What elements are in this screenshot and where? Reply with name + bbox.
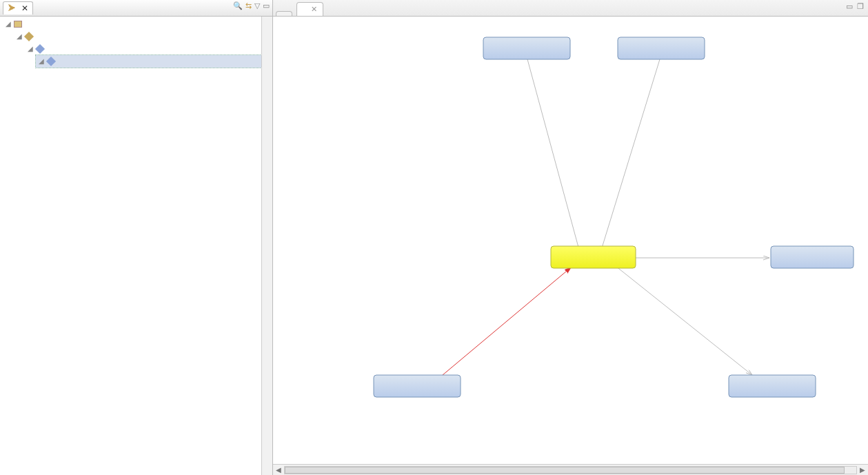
tree-root[interactable]: ◢ [3,18,261,30]
navigator-pane: ⮞ ✕ 🔍 ⇆ ▽ ▭ ◢ [0,0,273,475]
project-icon [14,21,22,28]
navigator-icon: ⮞ [8,3,16,13]
tree-class[interactable]: ◢ [25,43,261,55]
edge-definition-red[interactable] [438,267,571,378]
tab-operation-addelement[interactable]: ✕ [296,2,323,16]
node-addelement-methoddecl[interactable] [771,246,854,268]
view-menu-icon[interactable]: ▽ [254,1,260,10]
tree-package[interactable]: ◢ [14,30,261,43]
svg-rect-4 [374,375,461,397]
node-project[interactable] [483,37,570,59]
editor-pane: ✕ ▭ ❐ [273,0,868,475]
expander-icon[interactable]: ◢ [26,43,34,55]
expander-icon[interactable]: ◢ [37,55,46,68]
node-element[interactable] [618,37,705,59]
node-addelement-operation-right[interactable] [729,375,816,397]
maximize-icon[interactable]: ❐ [857,2,864,11]
diamond-icon [35,44,45,54]
edge-implementation[interactable] [616,266,752,375]
svg-rect-5 [729,375,816,397]
navigator-tab-bar: ⮞ ✕ 🔍 ⇆ ▽ ▭ [0,0,272,17]
navigator-tab[interactable]: ⮞ ✕ [3,1,33,14]
svg-rect-2 [551,246,636,268]
edge-element-definition[interactable] [600,59,660,252]
tab-actor-linkmanager[interactable] [276,11,292,16]
minimize-icon[interactable]: ▭ [263,1,270,10]
diamond-icon [46,57,56,66]
close-icon[interactable]: ✕ [311,5,317,14]
svg-rect-0 [483,37,570,59]
diamond-icon [24,32,34,41]
horizontal-scrollbar[interactable]: ◀ ▶ [273,464,868,475]
minimize-icon[interactable]: ▭ [846,2,853,11]
scroll-left-icon[interactable]: ◀ [273,466,284,474]
expander-icon[interactable]: ◢ [4,18,12,30]
svg-rect-3 [771,246,854,268]
navigator-tree[interactable]: ◢ ◢ [0,17,261,475]
diagram-canvas[interactable]: ◀ ▶ [273,17,868,475]
expander-icon[interactable]: ◢ [15,30,23,43]
editor-tab-bar: ✕ ▭ ❐ [273,0,868,17]
scroll-right-icon[interactable]: ▶ [857,466,868,474]
tree-selected-operation[interactable]: ◢ [36,55,261,68]
link-with-editor-icon[interactable]: 🔍 [233,1,243,10]
node-accesslayer[interactable] [374,375,461,397]
node-addelement-operation-center[interactable] [551,246,636,268]
edge-project-definition[interactable] [527,59,580,252]
navigator-scrollbar[interactable] [261,17,272,475]
close-icon[interactable]: ✕ [21,3,28,13]
svg-rect-1 [618,37,705,59]
collapse-all-icon[interactable]: ⇆ [245,1,252,10]
